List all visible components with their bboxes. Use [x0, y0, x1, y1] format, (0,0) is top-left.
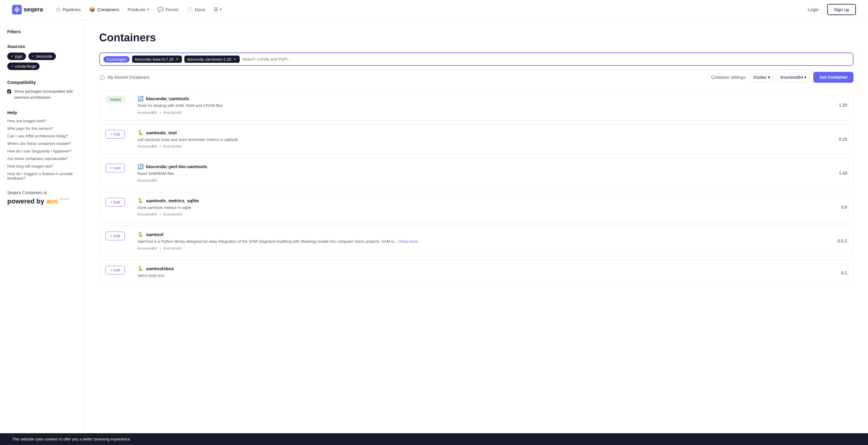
help-link-6[interactable]: How long will images last?	[7, 164, 77, 168]
help-link-3[interactable]: Where are these containers hosted?	[7, 141, 77, 146]
add-button-5[interactable]: + Add	[105, 266, 125, 274]
source-tag-pypi[interactable]: ✓ pypi	[7, 53, 26, 60]
pkg-desc-2: Read SAM/BAM files	[137, 171, 827, 177]
source-tag-conda-forge[interactable]: ✓ conda-forge	[7, 63, 39, 70]
dot-3: •	[160, 212, 161, 216]
sources-section: Sources ✓ pypi ✓ bioconda ✓ conda-forge	[7, 44, 77, 70]
add-button-1[interactable]: + Add	[105, 130, 125, 139]
compatibility-section: Compatibility Show packages incompatible…	[7, 80, 77, 100]
arch-chevron-icon: ▾	[804, 75, 806, 80]
help-link-4[interactable]: How do I use Singularity / Apptainer?	[7, 149, 77, 153]
pkg-version-3: 0.6	[832, 205, 847, 209]
package-info-2: 🔄 bioconda::perl-bio-samtools Read SAM/B…	[137, 164, 827, 183]
pkg-version-1: 0.15	[832, 137, 847, 142]
docker-label: Docker	[753, 75, 767, 80]
search-bar: 2 packages bioconda::bwa=0.7.18 ✕ biocon…	[99, 53, 854, 66]
pkg-desc-3: store samtools metrics in sqlite	[137, 205, 827, 211]
compatibility-checkbox[interactable]	[7, 89, 11, 94]
svg-point-1	[16, 9, 18, 10]
package-card-samtoolsbox: + Add 🐍 samtoolsbox sam's tools box 0.1	[99, 260, 854, 286]
get-container-button[interactable]: Get Container	[813, 72, 854, 83]
containers-icon: 📦	[89, 7, 95, 12]
pkg-platforms-3: linux/amd64 • linux/arm64	[137, 212, 827, 216]
package-action-0: Added	[105, 96, 133, 103]
help-link-7[interactable]: How do I suggest a feature or provide fe…	[7, 171, 77, 180]
pkg-name-3: samtools_metrics_sqlite	[146, 198, 199, 203]
pkg-platforms-4: linux/amd64 • linux/arm64	[137, 246, 827, 250]
dot-4: •	[160, 246, 161, 250]
pkg-desc-4: SamTool is a Python library designed for…	[137, 239, 827, 244]
chevron-down-icon: ▾	[147, 7, 149, 11]
add-button-4[interactable]: + Add	[105, 232, 125, 240]
docker-select[interactable]: Docker ▾	[750, 73, 773, 82]
nav-containers[interactable]: 📦 Containers	[86, 4, 123, 15]
check-icon-conda-forge: ✓	[11, 64, 13, 68]
package-header-5: 🐍 samtoolsbox	[137, 266, 827, 271]
signup-button[interactable]: Sign up	[827, 4, 856, 15]
package-action-3: + Add	[105, 198, 133, 206]
cookie-bar: This website uses cookies to offer you a…	[0, 433, 868, 445]
recent-containers-btn[interactable]: 🕐 My Recent Containers	[99, 75, 150, 80]
help-link-5[interactable]: Are these containers reproducible?	[7, 157, 77, 161]
arch-select[interactable]: linux/amd64 ▾	[777, 73, 810, 82]
filters-section: Filters	[7, 29, 77, 34]
recent-containers-label: My Recent Containers	[107, 75, 150, 80]
check-icon-bioconda: ✓	[32, 54, 35, 58]
docker-chevron-icon: ▾	[768, 75, 770, 80]
pkg-desc-text-4: SamTool is a Python library designed for…	[137, 239, 397, 244]
add-button-3[interactable]: + Add	[105, 198, 125, 206]
navbar: seqera ⬡ Pipelines 📦 Containers Products…	[0, 0, 868, 19]
nav-docs[interactable]: 📄 Docs	[183, 4, 209, 15]
nav-products[interactable]: Products ▾	[124, 4, 153, 14]
pkg-version-2: 1.43	[832, 171, 847, 175]
sources-title: Sources	[7, 44, 77, 49]
bioconda-icon-2: 🔄	[137, 164, 144, 169]
chevron-down-icon-more: ▾	[220, 7, 221, 11]
aws-powered-text: Seqera Containers is powered by aws ~~~	[7, 190, 77, 205]
pkg-platforms-1: linux/amd64 • linux/arm64	[137, 144, 827, 148]
check-icon-pypi: ✓	[11, 54, 13, 58]
compatibility-title: Compatibility	[7, 80, 77, 85]
nav-forum[interactable]: 💬 Forum	[154, 4, 182, 15]
source-tag-bioconda[interactable]: ✓ bioconda	[28, 53, 56, 60]
package-info-4: 🐍 samtool SamTool is a Python library de…	[137, 232, 827, 250]
package-card-samtools-metrics-sqlite: + Add 🐍 samtools_metrics_sqlite store sa…	[99, 192, 854, 222]
platform-tag-4-1: linux/arm64	[163, 246, 182, 250]
package-info-1: 🐍 samtools_tool call samtools tools and …	[137, 130, 827, 149]
pkg-desc-5: sam's tools box	[137, 273, 827, 279]
package-header-1: 🐍 samtools_tool	[137, 130, 827, 136]
package-header-4: 🐍 samtool	[137, 232, 827, 237]
help-link-2[interactable]: Can I use ARM architecture today?	[7, 134, 77, 138]
filter-tag-bwa: bioconda::bwa=0.7.18 ✕	[132, 56, 182, 63]
help-section: Help How are images built? Who pays for …	[7, 110, 77, 180]
show-more-4[interactable]: Show more	[398, 239, 418, 244]
powered-by-label: powered by aws ~~~	[7, 196, 77, 205]
settings-right: Container settings: Docker ▾ linux/amd64…	[711, 72, 854, 83]
nav-left: seqera ⬡ Pipelines 📦 Containers Products…	[12, 4, 225, 15]
pkg-name-2: bioconda::perl-bio-samtools	[146, 164, 207, 169]
pkg-platforms-2: linux/amd64	[137, 178, 827, 183]
pipelines-icon: ⬡	[57, 7, 61, 12]
package-card-samtool: + Add 🐍 samtool SamTool is a Python libr…	[99, 226, 854, 256]
package-header-3: 🐍 samtools_metrics_sqlite	[137, 198, 827, 203]
login-button[interactable]: Login	[803, 4, 824, 14]
add-button-2[interactable]: + Add	[105, 164, 125, 172]
pypi-icon-5: 🐍	[137, 266, 144, 271]
help-link-1[interactable]: Who pays for this service?	[7, 126, 77, 131]
cookie-text: This website uses cookies to offer you a…	[12, 437, 131, 441]
logo-text: seqera	[24, 6, 43, 13]
logo[interactable]: seqera	[12, 5, 43, 14]
pkg-name-1: samtools_tool	[146, 130, 177, 135]
settings-label: Container settings:	[711, 75, 746, 80]
help-title: Help	[7, 110, 77, 115]
package-action-1: + Add	[105, 130, 133, 139]
nav-more[interactable]: ☰ ▾	[210, 4, 225, 15]
filter-remove-bwa[interactable]: ✕	[175, 57, 179, 62]
hamburger-icon: ☰	[214, 7, 218, 12]
search-input[interactable]	[242, 57, 849, 62]
filter-remove-samtools[interactable]: ✕	[233, 57, 237, 62]
help-link-0[interactable]: How are images built?	[7, 118, 77, 123]
package-info-0: 🔄 bioconda::samtools Tools for dealing w…	[137, 96, 827, 115]
nav-pipelines[interactable]: ⬡ Pipelines	[53, 4, 85, 15]
platform-tag-0-0: linux/amd64	[137, 110, 157, 115]
